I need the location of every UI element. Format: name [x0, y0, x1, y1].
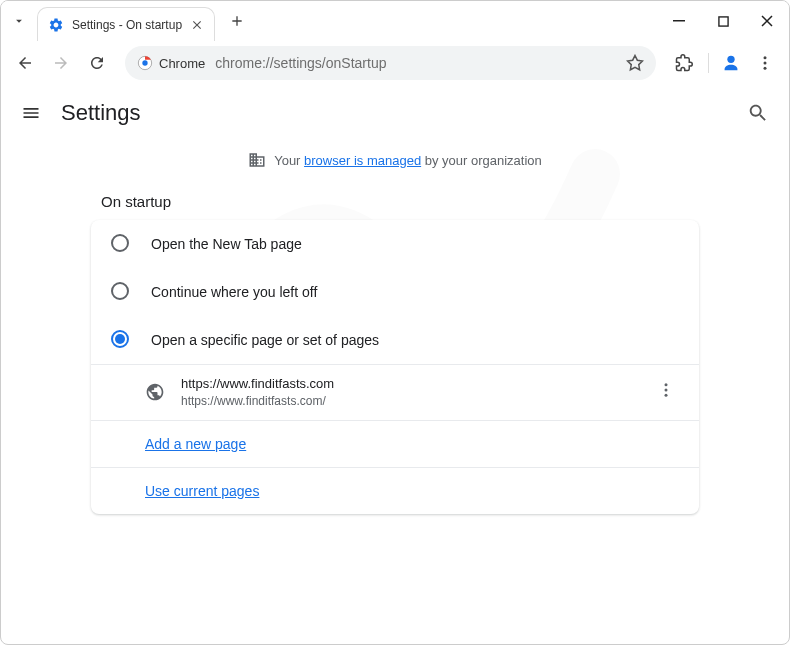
option-label: Open a specific page or set of pages — [151, 332, 379, 348]
option-new-tab[interactable]: Open the New Tab page — [91, 220, 699, 268]
startup-page-row: https://www.finditfasts.com https://www.… — [91, 364, 699, 420]
svg-rect-1 — [718, 16, 727, 25]
site-chip-label: Chrome — [159, 56, 205, 71]
managed-banner: Your browser is managed by your organiza… — [1, 141, 789, 179]
tab-search-button[interactable] — [1, 14, 37, 28]
browser-tab[interactable]: Settings - On startup — [37, 7, 215, 41]
svg-point-5 — [764, 56, 767, 59]
svg-point-3 — [142, 60, 147, 65]
svg-point-6 — [764, 62, 767, 65]
settings-gear-icon — [48, 17, 64, 33]
managed-link[interactable]: browser is managed — [304, 153, 421, 168]
svg-rect-0 — [673, 20, 685, 22]
back-button[interactable] — [9, 47, 41, 79]
option-label: Continue where you left off — [151, 284, 317, 300]
radio-unchecked-icon — [111, 282, 129, 300]
svg-point-9 — [665, 389, 668, 392]
profile-button[interactable] — [717, 49, 745, 77]
svg-point-10 — [665, 394, 668, 397]
option-label: Open the New Tab page — [151, 236, 302, 252]
close-tab-icon[interactable] — [190, 18, 204, 32]
globe-icon — [145, 382, 165, 402]
minimize-button[interactable] — [657, 1, 701, 41]
forward-button[interactable] — [45, 47, 77, 79]
chrome-icon — [137, 55, 153, 71]
menu-icon[interactable] — [21, 103, 41, 123]
more-actions-button[interactable] — [653, 377, 679, 407]
svg-point-4 — [727, 56, 734, 63]
page-url: https://www.finditfasts.com/ — [181, 393, 637, 410]
section-title: On startup — [61, 179, 729, 220]
managed-prefix: Your — [274, 153, 304, 168]
startup-card: Open the New Tab page Continue where you… — [91, 220, 699, 514]
maximize-button[interactable] — [701, 1, 745, 41]
radio-checked-icon — [111, 330, 129, 348]
managed-suffix: by your organization — [421, 153, 542, 168]
building-icon — [248, 151, 266, 169]
option-continue[interactable]: Continue where you left off — [91, 268, 699, 316]
add-page-link[interactable]: Add a new page — [145, 436, 246, 452]
page-title: Settings — [61, 100, 727, 126]
page-title: https://www.finditfasts.com — [181, 375, 637, 393]
search-icon[interactable] — [747, 102, 769, 124]
site-chip[interactable]: Chrome — [137, 55, 205, 71]
bookmark-star-icon[interactable] — [626, 54, 644, 72]
svg-point-7 — [764, 67, 767, 70]
menu-button[interactable] — [749, 47, 781, 79]
use-current-row: Use current pages — [91, 467, 699, 514]
radio-unchecked-icon — [111, 234, 129, 252]
new-tab-button[interactable] — [223, 7, 251, 35]
tab-title: Settings - On startup — [72, 18, 182, 32]
reload-button[interactable] — [81, 47, 113, 79]
address-bar[interactable]: Chrome — [125, 46, 656, 80]
add-page-row: Add a new page — [91, 420, 699, 467]
url-input[interactable] — [215, 55, 616, 71]
svg-point-8 — [665, 384, 668, 387]
use-current-link[interactable]: Use current pages — [145, 483, 259, 499]
extensions-button[interactable] — [668, 47, 700, 79]
option-specific-pages[interactable]: Open a specific page or set of pages — [91, 316, 699, 364]
close-window-button[interactable] — [745, 1, 789, 41]
